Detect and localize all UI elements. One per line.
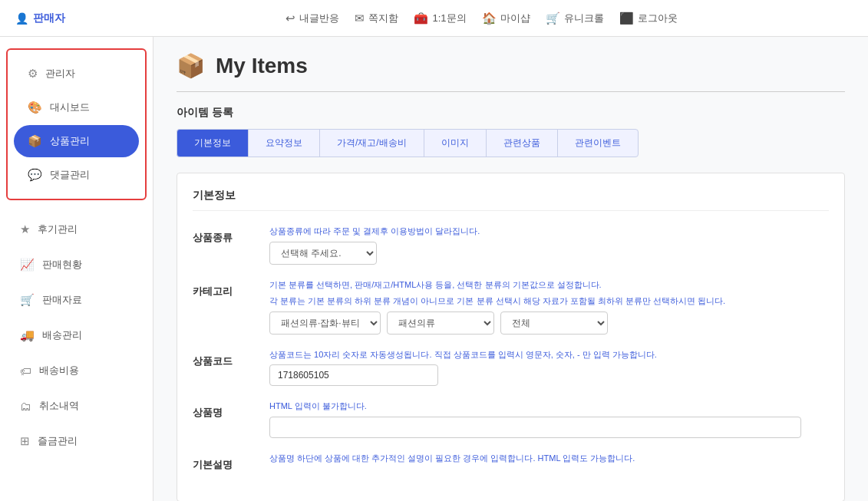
- sidebar-item-dashboard[interactable]: 🎨 대시보드: [14, 91, 139, 124]
- select-category-1[interactable]: 패션의류·잡화·뷰티: [269, 311, 381, 335]
- tab-basic[interactable]: 기본정보: [177, 129, 249, 157]
- sidebar-item-cancel[interactable]: 🗂 취소내역: [6, 390, 147, 422]
- sidebar: ⚙ 관리자 🎨 대시보드 📦 상품관리 💬 댓글관리 ★ 후기관리 📈: [0, 37, 153, 501]
- nav-unicorn[interactable]: 🛒 유니크롤: [546, 12, 604, 25]
- logout-icon: ⬛: [619, 12, 634, 25]
- tab-event[interactable]: 관련이벤트: [557, 129, 639, 157]
- label-basic-desc: 기본설명: [193, 452, 269, 472]
- page-header-icon: 📦: [177, 52, 205, 79]
- sidebar-item-salesdata[interactable]: 🛒 판매자료: [6, 284, 147, 316]
- folder-icon: 🗂: [20, 400, 31, 413]
- box-icon: 📦: [28, 134, 42, 148]
- input-product-code[interactable]: [269, 364, 438, 386]
- select-category-3[interactable]: 전체: [500, 311, 608, 335]
- nav-trash[interactable]: ✉ 쪽지함: [355, 12, 398, 25]
- sidebar-item-admin[interactable]: ⚙ 관리자: [14, 58, 139, 90]
- sidebar-highlighted-group: ⚙ 관리자 🎨 대시보드 📦 상품관리 💬 댓글관리: [6, 48, 147, 200]
- input-product-name[interactable]: [269, 417, 801, 438]
- truck-icon: 🚚: [20, 328, 35, 342]
- form-row-product-name: 상품명 HTML 입력이 불가합니다.: [193, 400, 829, 438]
- sidebar-item-comment[interactable]: 💬 댓글관리: [14, 159, 139, 191]
- content-product-name: HTML 입력이 불가합니다.: [269, 400, 829, 438]
- sidebar-item-withdraw[interactable]: ⊞ 즐금관리: [6, 425, 147, 457]
- main-layout: ⚙ 관리자 🎨 대시보드 📦 상품관리 💬 댓글관리 ★ 후기관리 📈: [0, 37, 868, 501]
- tab-price[interactable]: 가격/재고/배송비: [319, 129, 424, 157]
- chat-icon: 💬: [28, 168, 42, 182]
- sidebar-item-delcost[interactable]: 🏷 배송비용: [6, 354, 147, 387]
- main-content: 📦 My Items 아이템 등록 기본정보 요약정보 가격/재고/배송비 이미…: [153, 37, 868, 501]
- palette-icon: 🎨: [28, 101, 42, 114]
- tab-summary[interactable]: 요약정보: [248, 129, 320, 157]
- select-category-2[interactable]: 패션의류: [387, 311, 494, 335]
- category-selects: 패션의류·잡화·뷰티 패션의류 전체: [269, 311, 829, 335]
- hint-category-2: 각 분류는 기본 분류의 하위 분류 개념이 아니므로 기본 분류 선택시 해당…: [269, 295, 829, 308]
- sidebar-item-product[interactable]: 📦 상품관리: [14, 125, 139, 157]
- section-label: 아이템 등록: [177, 106, 845, 120]
- form-row-product-type: 상품종류 상품종류에 따라 주문 및 결제후 이용방법이 달라집니다. 선택해 …: [193, 225, 829, 265]
- label-category: 카테고리: [193, 279, 269, 298]
- inquiry-icon: 🧰: [414, 12, 428, 25]
- form-row-product-code: 상품코드 상품코드는 10자리 숫자로 자동생성됩니다. 직접 상품코드를 입력…: [193, 348, 829, 387]
- cart2-icon: 🛒: [20, 293, 35, 307]
- hint-product-name: HTML 입력이 불가합니다.: [269, 400, 829, 413]
- return-icon: ↩: [285, 12, 295, 25]
- hint-product-type: 상품종류에 따라 주문 및 결제후 이용방법이 달라집니다.: [269, 225, 829, 238]
- content-product-code: 상품코드는 10자리 숫자로 자동생성됩니다. 직접 상품코드를 입력시 영문자…: [269, 348, 829, 387]
- sidebar-item-delivery[interactable]: 🚚 배송관리: [6, 319, 147, 351]
- nav-logout[interactable]: ⬛ 로그아웃: [619, 12, 678, 25]
- user-icon: 👤: [15, 12, 28, 25]
- form-row-basic-desc: 기본설명 상품명 하단에 상품에 대한 추가적인 설명이 필요한 경우에 입력합…: [193, 452, 829, 472]
- sidebar-item-review[interactable]: ★ 후기관리: [6, 213, 147, 246]
- nav-inquiry[interactable]: 🧰 1:1문의: [414, 12, 466, 25]
- hint-basic-desc: 상품명 하단에 상품에 대한 추가적인 설명이 필요한 경우에 입력합니다. H…: [269, 452, 829, 465]
- star-icon: ★: [20, 222, 30, 236]
- gear-icon: ⚙: [28, 67, 38, 81]
- tab-related[interactable]: 관련상품: [486, 129, 558, 157]
- label-product-type: 상품종류: [193, 225, 269, 245]
- sidebar-item-sales[interactable]: 📈 판매현황: [6, 249, 147, 281]
- hint-product-code: 상품코드는 10자리 숫자로 자동생성됩니다. 직접 상품코드를 입력시 영문자…: [269, 348, 829, 361]
- form-section-title: 기본정보: [193, 189, 829, 211]
- form-row-category: 카테고리 기본 분류를 선택하면, 판매/재고/HTML사용 등을, 선택한 분…: [193, 279, 829, 335]
- content-basic-desc: 상품명 하단에 상품에 대한 추가적인 설명이 필요한 경우에 입력합니다. H…: [269, 452, 829, 469]
- content-product-type: 상품종류에 따라 주문 및 결제후 이용방법이 달라집니다. 선택해 주세요.: [269, 225, 829, 265]
- seller-label[interactable]: 👤 판매자: [15, 12, 77, 25]
- tag-icon: 🏷: [20, 364, 31, 377]
- nav-return[interactable]: ↩ 내글반응: [285, 12, 339, 25]
- cart-icon: 🛒: [546, 12, 560, 25]
- hint-category-1: 기본 분류를 선택하면, 판매/재고/HTML사용 등을, 선택한 분류의 기본…: [269, 279, 829, 292]
- form-section: 기본정보 상품종류 상품종류에 따라 주문 및 결제후 이용방법이 달라집니다.…: [177, 173, 845, 501]
- select-product-type[interactable]: 선택해 주세요.: [269, 242, 377, 265]
- content-category: 기본 분류를 선택하면, 판매/재고/HTML사용 등을, 선택한 분류의 기본…: [269, 279, 829, 335]
- chart-icon: 📈: [20, 258, 35, 272]
- header-divider: [177, 91, 845, 92]
- grid-icon: ⊞: [20, 434, 30, 448]
- home-icon: 🏠: [482, 12, 497, 25]
- page-header: 📦 My Items: [177, 52, 845, 79]
- page-title: My Items: [216, 54, 308, 78]
- label-product-code: 상품코드: [193, 348, 269, 368]
- tabs-bar: 기본정보 요약정보 가격/재고/배송비 이미지 관련상품 관련이벤트: [177, 129, 845, 157]
- tab-image[interactable]: 이미지: [424, 129, 487, 157]
- label-product-name: 상품명: [193, 400, 269, 420]
- mail-icon: ✉: [355, 12, 365, 25]
- top-navigation: 👤 판매자 ↩ 내글반응 ✉ 쪽지함 🧰 1:1문의 🏠 마이샵 🛒 유니크롤 …: [0, 0, 868, 37]
- nav-myshop[interactable]: 🏠 마이샵: [482, 12, 530, 25]
- nav-items: ↩ 내글반응 ✉ 쪽지함 🧰 1:1문의 🏠 마이샵 🛒 유니크롤 ⬛ 로그아웃: [111, 12, 853, 25]
